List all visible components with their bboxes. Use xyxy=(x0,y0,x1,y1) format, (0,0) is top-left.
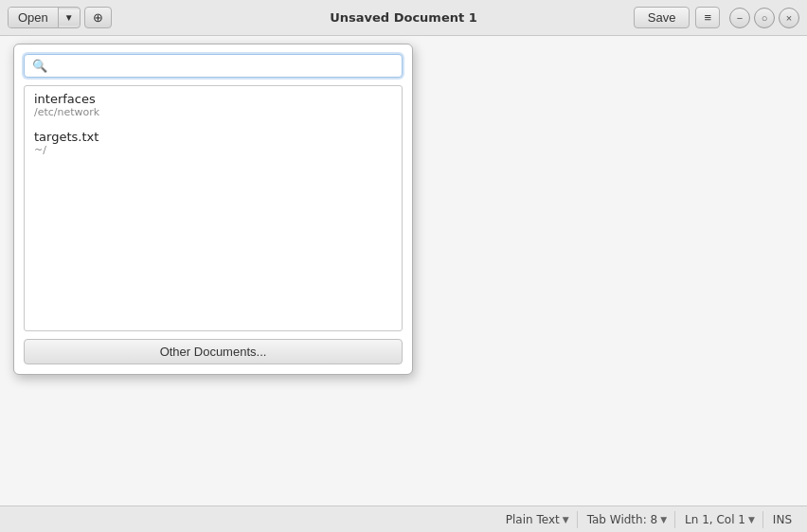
open-dropdown-popup: 🔍 interfaces /etc/network targets.txt ~/… xyxy=(13,44,413,375)
other-documents-button[interactable]: Other Documents... xyxy=(24,339,403,364)
window-controls: − ○ × xyxy=(729,8,799,28)
result-path: /etc/network xyxy=(34,106,392,118)
close-button[interactable]: × xyxy=(779,8,799,28)
search-box: 🔍 xyxy=(24,54,403,78)
pin-icon: ⊕ xyxy=(93,10,103,25)
content-area: 🔍 interfaces /etc/network targets.txt ~/… xyxy=(0,36,807,505)
list-item[interactable]: targets.txt ~/ xyxy=(25,124,402,162)
position-arrow: ▼ xyxy=(748,515,755,524)
open-button[interactable]: Open xyxy=(9,8,59,27)
result-path: ~/ xyxy=(34,144,392,156)
open-dropdown-arrow[interactable]: ▼ xyxy=(59,9,80,26)
maximize-button[interactable]: ○ xyxy=(754,8,775,28)
language-label: Plain Text xyxy=(506,513,560,526)
save-button[interactable]: Save xyxy=(634,7,690,28)
insert-mode: INS xyxy=(765,511,799,528)
result-filename: interfaces xyxy=(34,92,392,106)
result-filename: targets.txt xyxy=(34,130,392,144)
list-item[interactable]: interfaces /etc/network xyxy=(25,86,402,124)
titlebar-right: Save ≡ − ○ × xyxy=(634,7,799,28)
language-selector[interactable]: Plain Text ▼ xyxy=(498,511,578,528)
statusbar: Plain Text ▼ Tab Width: 8 ▼ Ln 1, Col 1 … xyxy=(0,505,807,532)
cursor-position[interactable]: Ln 1, Col 1 ▼ xyxy=(677,511,763,528)
position-label: Ln 1, Col 1 xyxy=(685,513,745,526)
language-arrow: ▼ xyxy=(563,515,569,524)
menu-button[interactable]: ≡ xyxy=(695,7,720,28)
open-button-group: Open ▼ xyxy=(8,7,81,28)
titlebar: Open ▼ ⊕ Unsaved Document 1 Save ≡ − ○ × xyxy=(0,0,807,36)
search-icon: 🔍 xyxy=(32,59,47,73)
titlebar-left: Open ▼ ⊕ xyxy=(8,7,112,28)
tab-width-arrow: ▼ xyxy=(660,515,667,524)
title-text: Unsaved Document 1 xyxy=(330,10,477,25)
minimize-button[interactable]: − xyxy=(729,8,750,28)
tab-width-selector[interactable]: Tab Width: 8 ▼ xyxy=(580,511,675,528)
search-input[interactable] xyxy=(53,59,394,73)
window-title: Unsaved Document 1 xyxy=(330,10,477,25)
results-list: interfaces /etc/network targets.txt ~/ xyxy=(24,85,403,331)
pin-button[interactable]: ⊕ xyxy=(84,7,112,28)
tab-width-label: Tab Width: 8 xyxy=(587,513,657,526)
ins-label: INS xyxy=(773,513,792,526)
